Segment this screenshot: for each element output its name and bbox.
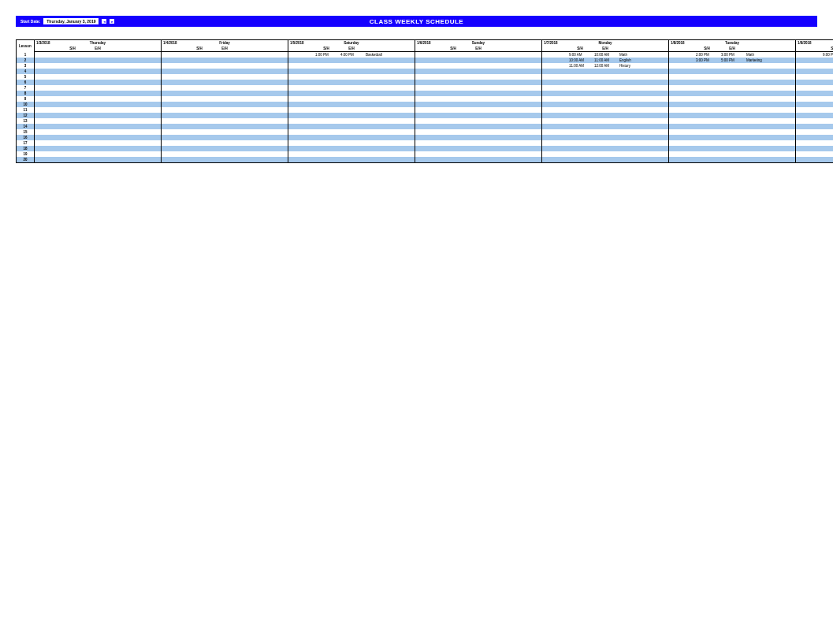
start-hour-cell[interactable] [314, 91, 339, 96]
end-hour-cell[interactable] [466, 151, 491, 157]
end-hour-cell[interactable]: 12:00 AM [593, 63, 618, 69]
end-hour-cell[interactable] [85, 58, 110, 63]
end-hour-cell[interactable] [212, 80, 237, 85]
start-hour-cell[interactable] [441, 96, 466, 102]
start-hour-cell[interactable] [441, 146, 466, 151]
start-hour-cell[interactable] [567, 107, 593, 113]
start-hour-cell[interactable] [441, 129, 466, 135]
start-hour-cell[interactable] [821, 146, 833, 151]
start-hour-cell[interactable] [441, 157, 466, 163]
start-hour-cell[interactable] [314, 58, 339, 63]
start-hour-cell[interactable] [314, 80, 339, 85]
start-hour-cell[interactable] [314, 74, 339, 80]
event-cell[interactable] [745, 96, 796, 102]
start-hour-cell[interactable] [567, 74, 593, 80]
event-cell[interactable] [491, 135, 542, 140]
event-cell[interactable] [364, 151, 415, 157]
start-hour-cell[interactable] [821, 80, 833, 85]
event-cell[interactable] [110, 52, 162, 58]
start-hour-cell[interactable] [314, 102, 339, 107]
start-hour-cell[interactable] [314, 69, 339, 74]
start-hour-cell[interactable]: 9:00 AM [567, 52, 593, 58]
start-hour-cell[interactable] [60, 85, 85, 91]
start-hour-cell[interactable] [187, 124, 212, 129]
start-hour-cell[interactable] [821, 140, 833, 146]
event-cell[interactable] [110, 96, 162, 102]
event-cell[interactable] [237, 151, 288, 157]
start-hour-cell[interactable] [187, 96, 212, 102]
start-hour-cell[interactable] [314, 151, 339, 157]
start-hour-cell[interactable] [694, 151, 720, 157]
end-hour-cell[interactable] [339, 157, 364, 163]
start-hour-cell[interactable] [60, 69, 85, 74]
event-cell[interactable] [618, 96, 669, 102]
end-hour-cell[interactable] [593, 69, 618, 74]
start-hour-cell[interactable] [567, 124, 593, 129]
end-hour-cell[interactable] [212, 91, 237, 96]
event-cell[interactable] [745, 151, 796, 157]
event-cell[interactable] [745, 91, 796, 96]
end-hour-cell[interactable] [339, 102, 364, 107]
event-cell[interactable] [491, 124, 542, 129]
start-hour-cell[interactable] [441, 80, 466, 85]
end-hour-cell[interactable] [593, 118, 618, 124]
start-hour-cell[interactable] [441, 140, 466, 146]
start-hour-cell[interactable] [187, 129, 212, 135]
event-cell[interactable] [618, 151, 669, 157]
event-cell[interactable] [618, 113, 669, 118]
start-hour-cell[interactable] [694, 80, 720, 85]
start-hour-cell[interactable] [441, 124, 466, 129]
start-hour-cell[interactable]: 1:00 PM [314, 52, 339, 58]
end-hour-cell[interactable] [85, 69, 110, 74]
start-hour-cell[interactable] [60, 140, 85, 146]
end-hour-cell[interactable] [466, 140, 491, 146]
event-cell[interactable]: Marketing [745, 58, 796, 63]
end-hour-cell[interactable] [466, 107, 491, 113]
start-hour-cell[interactable] [821, 96, 833, 102]
start-hour-cell[interactable] [821, 85, 833, 91]
start-hour-cell[interactable] [187, 151, 212, 157]
end-hour-cell[interactable] [212, 85, 237, 91]
event-cell[interactable] [745, 118, 796, 124]
event-cell[interactable] [110, 151, 162, 157]
event-cell[interactable] [745, 140, 796, 146]
event-cell[interactable] [237, 157, 288, 163]
end-hour-cell[interactable] [720, 151, 745, 157]
event-cell[interactable] [491, 96, 542, 102]
start-hour-cell[interactable] [187, 58, 212, 63]
event-cell[interactable] [491, 113, 542, 118]
event-cell[interactable] [491, 107, 542, 113]
start-hour-cell[interactable] [60, 113, 85, 118]
end-hour-cell[interactable] [212, 113, 237, 118]
start-hour-cell[interactable]: 3:00 PM [694, 58, 720, 63]
start-hour-cell[interactable] [187, 80, 212, 85]
start-hour-cell[interactable] [567, 151, 593, 157]
event-cell[interactable] [491, 74, 542, 80]
start-hour-cell[interactable] [567, 118, 593, 124]
event-cell[interactable] [364, 146, 415, 151]
end-hour-cell[interactable] [212, 157, 237, 163]
event-cell[interactable] [491, 63, 542, 69]
event-cell[interactable] [618, 129, 669, 135]
start-hour-cell[interactable] [187, 102, 212, 107]
end-hour-cell[interactable] [339, 58, 364, 63]
end-hour-cell[interactable] [212, 102, 237, 107]
end-hour-cell[interactable] [339, 85, 364, 91]
end-hour-cell[interactable] [339, 146, 364, 151]
event-cell[interactable] [618, 135, 669, 140]
event-cell[interactable] [237, 124, 288, 129]
event-cell[interactable] [618, 157, 669, 163]
end-hour-cell[interactable] [593, 80, 618, 85]
event-cell[interactable] [364, 113, 415, 118]
start-hour-cell[interactable] [567, 129, 593, 135]
event-cell[interactable] [491, 58, 542, 63]
start-hour-cell[interactable] [821, 135, 833, 140]
end-hour-cell[interactable] [339, 140, 364, 146]
end-hour-cell[interactable] [593, 107, 618, 113]
start-hour-cell[interactable] [60, 146, 85, 151]
start-hour-cell[interactable] [187, 52, 212, 58]
event-cell[interactable] [364, 69, 415, 74]
start-hour-cell[interactable] [60, 96, 85, 102]
end-hour-cell[interactable] [593, 85, 618, 91]
start-hour-cell[interactable] [821, 74, 833, 80]
